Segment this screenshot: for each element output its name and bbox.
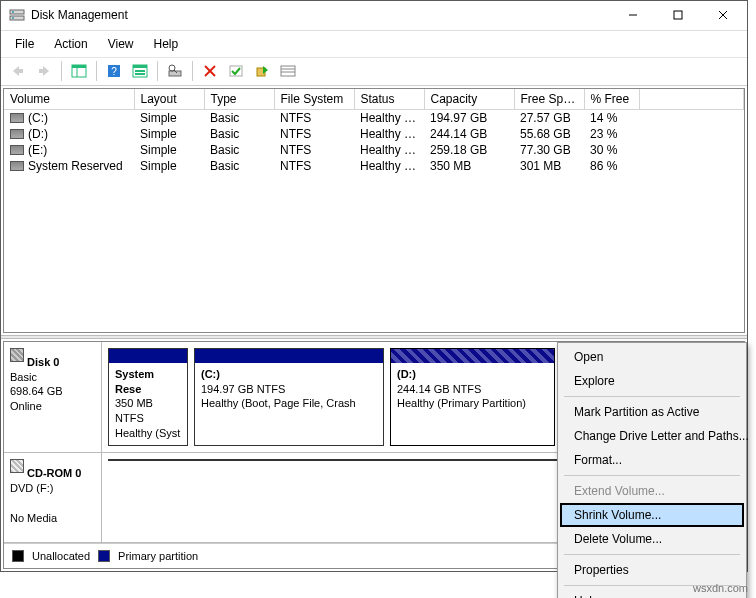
partition[interactable]: (C:)194.97 GB NTFSHealthy (Boot, Page Fi… xyxy=(194,348,384,446)
cell-type: Basic xyxy=(204,126,274,142)
cell-fs: NTFS xyxy=(274,158,354,174)
ctx-shrink[interactable]: Shrink Volume... xyxy=(560,503,744,527)
partition[interactable]: System Rese350 MB NTFSHealthy (Syst xyxy=(108,348,188,446)
back-button[interactable] xyxy=(7,60,29,82)
ctx-change-letter[interactable]: Change Drive Letter and Paths... xyxy=(560,424,744,448)
ctx-properties[interactable]: Properties xyxy=(560,558,744,582)
menu-help[interactable]: Help xyxy=(144,33,189,55)
partition-status: Healthy (Boot, Page File, Crash xyxy=(201,397,356,409)
menu-view[interactable]: View xyxy=(98,33,144,55)
svg-point-3 xyxy=(12,17,14,19)
ctx-separator xyxy=(564,554,740,555)
legend-unallocated: Unallocated xyxy=(32,550,90,562)
disk-info[interactable]: Disk 0 Basic 698.64 GB Online xyxy=(4,342,102,452)
column-header[interactable]: Type xyxy=(204,89,274,110)
column-header[interactable]: Layout xyxy=(134,89,204,110)
partition-status: Healthy (Syst xyxy=(115,427,180,439)
table-header-row: VolumeLayoutTypeFile SystemStatusCapacit… xyxy=(4,89,744,110)
legend-swatch-primary xyxy=(98,550,110,562)
menu-file[interactable]: File xyxy=(5,33,44,55)
cell-layout: Simple xyxy=(134,109,204,126)
partition[interactable]: (D:)244.14 GB NTFSHealthy (Primary Parti… xyxy=(390,348,555,446)
properties-button[interactable] xyxy=(164,60,186,82)
forward-button[interactable] xyxy=(33,60,55,82)
column-header[interactable]: % Free xyxy=(584,89,639,110)
toolbar-separator xyxy=(192,61,193,81)
cell-fs: NTFS xyxy=(274,126,354,142)
column-header[interactable]: Free Spa... xyxy=(514,89,584,110)
cell-status: Healthy (B... xyxy=(354,109,424,126)
table-row[interactable]: (E:)SimpleBasicNTFSHealthy (P...259.18 G… xyxy=(4,142,744,158)
show-hide-console-tree-button[interactable] xyxy=(68,60,90,82)
toolbar: ? xyxy=(1,58,747,86)
cell-type: Basic xyxy=(204,109,274,126)
delete-button[interactable] xyxy=(199,60,221,82)
titlebar: Disk Management xyxy=(1,1,747,31)
svg-rect-24 xyxy=(230,66,242,76)
cell-spacer xyxy=(639,142,744,158)
partition-title: (D:) xyxy=(397,368,416,380)
ctx-format[interactable]: Format... xyxy=(560,448,744,472)
help-button[interactable]: ? xyxy=(103,60,125,82)
svg-rect-5 xyxy=(674,11,682,19)
app-icon xyxy=(9,7,25,23)
svg-rect-9 xyxy=(39,69,44,73)
partition-size: 244.14 GB NTFS xyxy=(397,383,481,395)
settings-button[interactable] xyxy=(129,60,151,82)
disk-size: 698.64 GB xyxy=(10,385,63,397)
maximize-button[interactable] xyxy=(655,1,700,29)
cdrom-media: No Media xyxy=(10,512,57,524)
column-header[interactable]: Capacity xyxy=(424,89,514,110)
cell-spacer xyxy=(639,126,744,142)
cell-type: Basic xyxy=(204,142,274,158)
disk-icon xyxy=(10,348,24,362)
cell-layout: Simple xyxy=(134,126,204,142)
partition-body: (D:)244.14 GB NTFSHealthy (Primary Parti… xyxy=(391,363,554,416)
minimize-button[interactable] xyxy=(610,1,655,29)
volume-list-pane[interactable]: VolumeLayoutTypeFile SystemStatusCapacit… xyxy=(3,88,745,333)
toolbar-separator xyxy=(61,61,62,81)
check-button[interactable] xyxy=(225,60,247,82)
cell-type: Basic xyxy=(204,158,274,174)
cdrom-name: CD-ROM 0 xyxy=(27,467,81,479)
column-header-spacer xyxy=(639,89,744,110)
column-header[interactable]: Volume xyxy=(4,89,134,110)
svg-rect-26 xyxy=(281,66,295,76)
cell-pct: 23 % xyxy=(584,126,639,142)
svg-rect-16 xyxy=(133,65,147,68)
partition-size: 350 MB NTFS xyxy=(115,397,153,424)
ctx-explore[interactable]: Explore xyxy=(560,369,744,393)
column-header[interactable]: File System xyxy=(274,89,354,110)
table-row[interactable]: System ReservedSimpleBasicNTFSHealthy (S… xyxy=(4,158,744,174)
legend-primary: Primary partition xyxy=(118,550,198,562)
table-row[interactable]: (D:)SimpleBasicNTFSHealthy (P...244.14 G… xyxy=(4,126,744,142)
list-view-button[interactable] xyxy=(277,60,299,82)
column-header[interactable]: Status xyxy=(354,89,424,110)
cell-status: Healthy (P... xyxy=(354,126,424,142)
splitter[interactable] xyxy=(1,335,747,339)
cdrom-info[interactable]: CD-ROM 0 DVD (F:) No Media xyxy=(4,453,102,542)
svg-rect-17 xyxy=(135,70,145,72)
cell-free: 301 MB xyxy=(514,158,584,174)
watermark: wsxdn.com xyxy=(693,582,748,594)
menu-action[interactable]: Action xyxy=(44,33,97,55)
ctx-open[interactable]: Open xyxy=(560,345,744,369)
partition-title: System Rese xyxy=(115,368,154,395)
cell-status: Healthy (S... xyxy=(354,158,424,174)
cell-pct: 30 % xyxy=(584,142,639,158)
svg-point-2 xyxy=(12,11,14,13)
ctx-delete[interactable]: Delete Volume... xyxy=(560,527,744,551)
refresh-button[interactable] xyxy=(251,60,273,82)
window-controls xyxy=(610,1,745,29)
cell-spacer xyxy=(639,158,744,174)
partition-body: System Rese350 MB NTFSHealthy (Syst xyxy=(109,363,187,445)
partition-body: (C:)194.97 GB NTFSHealthy (Boot, Page Fi… xyxy=(195,363,383,416)
cdrom-sub: DVD (F:) xyxy=(10,482,53,494)
ctx-mark-active[interactable]: Mark Partition as Active xyxy=(560,400,744,424)
partition-color-bar xyxy=(391,349,554,363)
close-button[interactable] xyxy=(700,1,745,29)
table-row[interactable]: (C:)SimpleBasicNTFSHealthy (B...194.97 G… xyxy=(4,109,744,126)
cell-pct: 86 % xyxy=(584,158,639,174)
cell-fs: NTFS xyxy=(274,109,354,126)
ctx-separator xyxy=(564,396,740,397)
